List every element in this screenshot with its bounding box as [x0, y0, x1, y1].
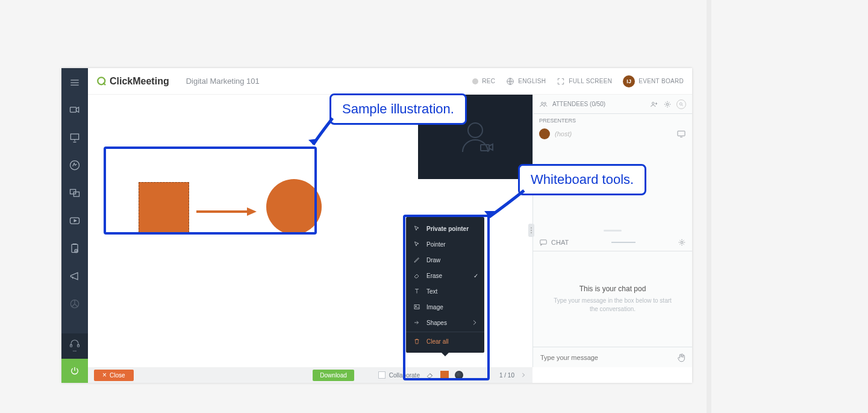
youtube-icon[interactable] [61, 207, 88, 235]
fullscreen-icon [557, 77, 565, 86]
svg-rect-0 [70, 107, 76, 112]
tool-private-pointer[interactable]: Private pointer [406, 221, 484, 236]
tool-erase[interactable]: Erase ✓ [406, 268, 484, 283]
invite-icon[interactable] [650, 100, 658, 109]
event-board-button[interactable]: IJ EVENT BOARD [623, 75, 684, 87]
menu-button[interactable] [61, 68, 88, 96]
attendees-search[interactable] [676, 99, 686, 109]
next-page-button[interactable] [520, 372, 526, 378]
search-icon [679, 102, 684, 107]
screenshare-icon[interactable] [61, 179, 88, 207]
color-swatch-orange[interactable] [440, 371, 449, 379]
private-pointer-icon [413, 225, 420, 232]
svg-point-21 [679, 102, 682, 105]
page-navigator: 1 / 10 [499, 372, 526, 379]
tool-clear-all[interactable]: Clear all [406, 333, 484, 349]
svg-rect-10 [78, 345, 80, 347]
eraser-tool-button[interactable] [426, 371, 434, 379]
svg-rect-23 [540, 239, 547, 244]
text-icon [413, 288, 420, 295]
audio-video-settings[interactable]: ••• [61, 333, 88, 359]
whiteboard-tools-menu: Private pointer Pointer Draw Erase ✓ Tex… [406, 217, 484, 353]
panel-resize-handle[interactable] [533, 227, 692, 233]
collaborate-checkbox[interactable] [378, 371, 386, 379]
presenter-host-label: (host) [555, 130, 672, 137]
page-counter: 1 / 10 [499, 372, 514, 379]
presenter-avatar [539, 128, 550, 139]
user-avatar: IJ [623, 75, 635, 87]
tool-shapes[interactable]: Shapes [406, 315, 484, 330]
svg-point-18 [544, 102, 546, 104]
language-selector[interactable]: ENGLISH [506, 77, 546, 86]
svg-marker-14 [247, 207, 257, 216]
camera-icon[interactable] [61, 96, 88, 124]
survey-icon[interactable] [61, 235, 88, 262]
attendees-header: ATTENDEES (0/50) [533, 95, 692, 114]
svg-rect-25 [414, 305, 419, 309]
chat-empty-title: This is your chat pod [579, 285, 646, 293]
svg-point-2 [70, 161, 80, 170]
svg-rect-9 [70, 345, 72, 347]
chat-empty-subtitle: Type your message in the box below to st… [549, 297, 676, 314]
globe-icon [506, 77, 514, 86]
svg-point-20 [666, 103, 669, 106]
bottom-toolbar: Close Download Collaborate 1 / 10 [88, 367, 532, 383]
page-background-strip [707, 0, 711, 413]
attendees-settings-icon[interactable] [663, 100, 672, 109]
attendees-count: ATTENDEES (0/50) [552, 101, 605, 107]
cta-icon[interactable] [61, 262, 88, 290]
pencil-icon [413, 256, 420, 263]
presenter-row[interactable]: (host) [533, 125, 692, 143]
chevron-right-icon [471, 319, 478, 326]
check-icon: ✓ [473, 273, 478, 279]
trash-icon [413, 338, 420, 345]
color-swatch-dark[interactable] [455, 371, 463, 379]
fullscreen-button[interactable]: FULL SCREEN [557, 77, 612, 86]
presenters-label: PRESENTERS [533, 114, 692, 125]
header-bar: ClickMeeting Digital Marketing 101 REC E… [88, 68, 692, 95]
svg-point-19 [652, 102, 655, 104]
chat-input-bar [533, 347, 692, 367]
tool-draw[interactable]: Draw [406, 252, 484, 268]
chat-input[interactable] [539, 353, 672, 362]
end-session-button[interactable] [61, 359, 88, 383]
shapes-arrow-icon [413, 319, 420, 326]
meeting-title: Digital Marketing 101 [186, 77, 260, 86]
collaborate-toggle[interactable]: Collaborate [378, 371, 420, 379]
attendees-icon [539, 100, 548, 109]
chat-body: This is your chat pod Type your message … [533, 251, 692, 347]
chat-settings-icon[interactable] [678, 238, 686, 247]
svg-rect-22 [678, 131, 685, 136]
presenter-screen-icon[interactable] [676, 130, 686, 138]
image-icon [413, 303, 420, 311]
download-button[interactable]: Download [313, 370, 354, 381]
left-sidebar: ••• [61, 68, 88, 383]
disabled-tool-icon [61, 290, 88, 318]
chat-label: CHAT [551, 239, 569, 246]
chat-tab-indicator [611, 242, 635, 243]
svg-rect-1 [70, 134, 78, 139]
record-indicator-icon [472, 78, 478, 84]
close-button[interactable]: Close [94, 370, 134, 381]
drawn-circle-shape[interactable] [266, 179, 322, 235]
whiteboard-icon[interactable] [61, 151, 88, 179]
eraser-icon [426, 371, 434, 379]
brand-name: ClickMeeting [110, 76, 169, 87]
svg-point-17 [542, 102, 544, 104]
svg-point-24 [681, 241, 683, 244]
record-toggle[interactable]: REC [472, 78, 495, 84]
presentation-icon[interactable] [61, 124, 88, 151]
chat-icon [539, 238, 548, 247]
drawn-square-shape[interactable] [139, 182, 189, 233]
tool-pointer[interactable]: Pointer [406, 236, 484, 252]
right-panel: ATTENDEES (0/50) PRESENTERS (host) CH [532, 95, 692, 367]
tool-image[interactable]: Image [406, 299, 484, 315]
chat-header: CHAT [533, 233, 692, 251]
raise-hand-icon[interactable] [676, 353, 686, 362]
brand-logo: ClickMeeting [96, 76, 169, 87]
svg-point-15 [468, 123, 482, 137]
tool-text[interactable]: Text [406, 283, 484, 299]
annotation-tools-callout: Whiteboard tools. [518, 164, 646, 195]
drawn-arrow-shape[interactable] [196, 206, 257, 218]
pointer-icon [413, 241, 420, 248]
